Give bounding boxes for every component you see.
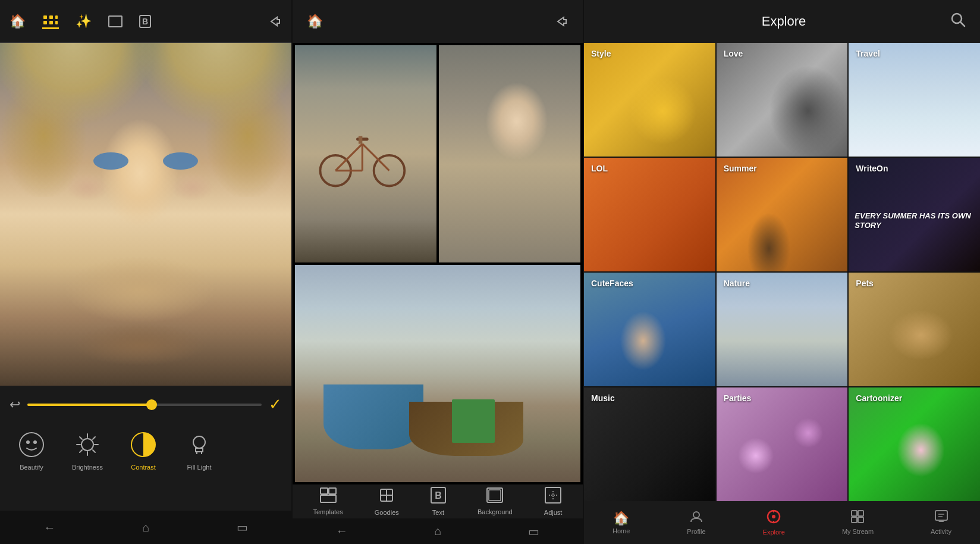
- svg-rect-53: [852, 511, 857, 516]
- explore-search-icon[interactable]: [950, 12, 966, 31]
- collage-tools: Templates Goodies B: [293, 484, 583, 518]
- explore-cell-love[interactable]: Love: [717, 43, 848, 157]
- editor-nav-bar: ← ⌂ ▭: [0, 511, 291, 544]
- nav-home[interactable]: 🏠 Home: [605, 506, 637, 539]
- activity-nav-icon: [935, 510, 948, 527]
- collage-cell-1[interactable]: [295, 45, 436, 262]
- collage-panel: 🏠: [291, 0, 583, 544]
- explore-cell-nature[interactable]: Nature: [717, 273, 848, 386]
- nav-profile[interactable]: Profile: [680, 505, 712, 540]
- explore-cell-pets[interactable]: Pets: [849, 273, 980, 386]
- svg-line-20: [80, 450, 82, 452]
- explore-nav-icon: [767, 509, 781, 527]
- portrait-image: [0, 43, 291, 386]
- explore-cell-travel[interactable]: Travel: [849, 43, 980, 157]
- explore-cell-writeon[interactable]: WriteOn EVERY SUMMER HAS ITS OWN STORY: [849, 158, 980, 271]
- svg-rect-4: [55, 15, 58, 19]
- filllight-icon: [183, 428, 216, 461]
- filllight-tool[interactable]: Fill Light: [172, 423, 226, 476]
- collage-home-icon[interactable]: 🏠: [307, 14, 323, 29]
- explore-header: Explore: [584, 0, 980, 43]
- contrast-slider[interactable]: [27, 404, 262, 406]
- svg-point-11: [33, 440, 37, 444]
- explore-cell-style[interactable]: Style: [584, 43, 715, 157]
- mystream-nav-label: My Stream: [842, 528, 874, 535]
- goodies-label: Goodies: [375, 509, 399, 516]
- filllight-label: Fill Light: [187, 464, 212, 471]
- background-icon: [486, 487, 503, 507]
- writeon-text-overlay: EVERY SUMMER HAS ITS OWN STORY: [849, 158, 980, 271]
- mystream-nav-icon: [851, 510, 864, 527]
- contrast-label: Contrast: [131, 464, 156, 471]
- nav-explore[interactable]: Explore: [756, 505, 792, 540]
- explore-nav-label: Explore: [763, 529, 785, 536]
- explore-cell-music[interactable]: Music: [584, 387, 715, 501]
- background-tool[interactable]: Background: [478, 487, 513, 515]
- svg-point-48: [693, 512, 699, 518]
- editor-toolbar: 🏠 ✨ B: [0, 0, 291, 43]
- home-nav-icon: 🏠: [613, 511, 629, 526]
- editor-panel: 🏠 ✨ B: [0, 0, 291, 544]
- collage-back-button[interactable]: ←: [336, 524, 348, 538]
- svg-text:B: B: [435, 490, 442, 501]
- goodies-tool[interactable]: Goodies: [375, 487, 399, 516]
- home-icon[interactable]: 🏠: [10, 14, 26, 29]
- style-label: Style: [591, 49, 611, 58]
- explore-cell-cartoonizer[interactable]: Cartoonizer: [849, 387, 980, 501]
- writeon-quote: EVERY SUMMER HAS ITS OWN STORY: [855, 211, 974, 230]
- nature-label: Nature: [724, 279, 750, 288]
- home-button[interactable]: ⌂: [142, 521, 149, 534]
- svg-rect-32: [359, 136, 362, 144]
- svg-rect-55: [852, 517, 857, 523]
- svg-text:B: B: [142, 17, 148, 26]
- text-tool[interactable]: B Text: [431, 487, 446, 516]
- explore-cell-lol[interactable]: LOL: [584, 158, 715, 271]
- collage-share-icon[interactable]: [555, 15, 568, 28]
- nav-mystream[interactable]: My Stream: [835, 505, 881, 540]
- contrast-tool[interactable]: Contrast: [117, 423, 170, 476]
- svg-rect-3: [49, 21, 53, 24]
- frame-icon[interactable]: [108, 15, 122, 27]
- templates-tool[interactable]: Templates: [313, 487, 343, 515]
- collage-home-button[interactable]: ⌂: [434, 524, 441, 538]
- adjust-label: Adjust: [544, 509, 563, 516]
- nav-activity[interactable]: Activity: [924, 505, 959, 540]
- svg-rect-2: [49, 15, 53, 19]
- confirm-button[interactable]: ✓: [269, 395, 282, 414]
- background-label: Background: [478, 508, 513, 515]
- svg-line-18: [93, 450, 95, 452]
- svg-point-22: [193, 436, 205, 448]
- templates-label: Templates: [313, 508, 343, 515]
- music-label: Music: [591, 393, 615, 403]
- tool-icons-row: Beautify Brightness: [0, 418, 291, 480]
- explore-cell-cutefaces[interactable]: CuteFaces: [584, 273, 715, 386]
- collage-grid: [293, 43, 583, 484]
- collage-cell-3[interactable]: [295, 265, 580, 482]
- collage-nav-bar: ← ⌂ ▭: [293, 518, 583, 544]
- magic-icon[interactable]: ✨: [76, 14, 92, 29]
- beautify-icon: [15, 428, 48, 461]
- text-bold-icon[interactable]: B: [139, 15, 151, 28]
- collage-cell-2[interactable]: [439, 45, 580, 262]
- adjust-tool[interactable]: Adjust: [544, 487, 563, 516]
- back-button[interactable]: ←: [43, 521, 55, 534]
- recents-button[interactable]: ▭: [237, 520, 248, 534]
- brightness-tool[interactable]: Brightness: [61, 423, 114, 476]
- adjust-icon[interactable]: [42, 13, 59, 29]
- love-label: Love: [724, 49, 743, 58]
- explore-grid: Style Love Travel LOL Summer WriteOn EVE…: [584, 43, 980, 501]
- beautify-tool[interactable]: Beautify: [5, 423, 58, 476]
- collage-bottom-bar: Templates Goodies B: [293, 484, 583, 544]
- goodies-icon: [378, 487, 395, 508]
- explore-cell-summer[interactable]: Summer: [717, 158, 848, 271]
- svg-rect-1: [43, 21, 47, 24]
- undo-button[interactable]: ↩: [10, 397, 20, 412]
- share-icon[interactable]: [269, 15, 282, 28]
- svg-line-17: [80, 437, 82, 439]
- templates-icon: [320, 487, 337, 507]
- explore-cell-parties[interactable]: Parties: [717, 387, 848, 501]
- activity-nav-label: Activity: [931, 528, 951, 535]
- svg-point-9: [20, 433, 43, 457]
- collage-recents-button[interactable]: ▭: [528, 524, 539, 539]
- svg-point-12: [81, 439, 93, 451]
